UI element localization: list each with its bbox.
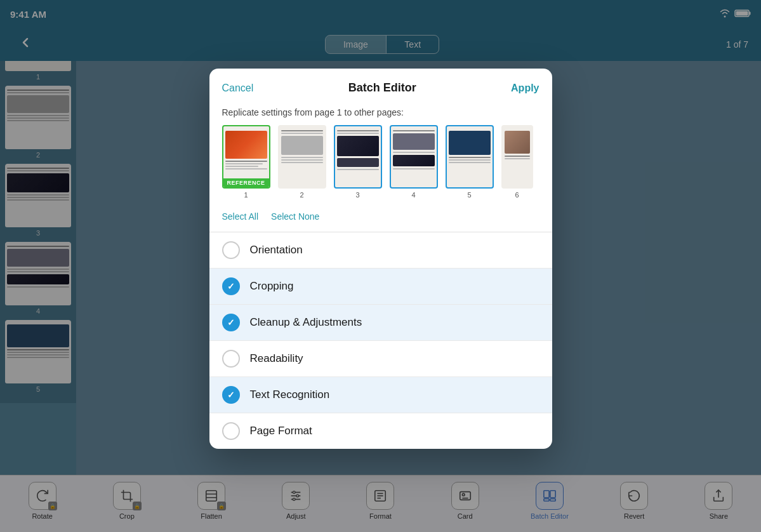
strip-thumb-2: [278, 125, 326, 189]
strip-label-1: 1: [244, 191, 248, 199]
strip-page-2[interactable]: 2: [278, 125, 326, 199]
checkbox-circle-cleanup: [222, 314, 240, 331]
checkbox-circle-orientation: [222, 241, 240, 259]
page-strip: REFERENCE 1 2: [209, 125, 552, 209]
checkbox-label-text-recognition: Text Recognition: [250, 389, 330, 401]
strip-page-1[interactable]: REFERENCE 1: [222, 125, 270, 199]
strip-thumb-3: [334, 125, 382, 189]
checkbox-circle-page-format: [222, 422, 240, 440]
select-row: Select All Select None: [209, 209, 552, 232]
reference-badge: REFERENCE: [223, 178, 269, 187]
checkbox-page-format[interactable]: Page Format: [209, 413, 552, 449]
strip-page-3[interactable]: 3: [334, 125, 382, 199]
checkbox-label-page-format: Page Format: [250, 425, 312, 437]
checkbox-circle-cropping: [222, 277, 240, 295]
strip-label-6: 6: [515, 191, 519, 199]
strip-label-5: 5: [467, 191, 471, 199]
modal-subtitle: Replicate settings from page 1 to other …: [209, 105, 552, 125]
select-all-button[interactable]: Select All: [222, 211, 259, 222]
strip-label-4: 4: [411, 191, 415, 199]
strip-page-4[interactable]: 4: [390, 125, 438, 199]
select-none-button[interactable]: Select None: [271, 211, 319, 222]
checkbox-cleanup[interactable]: Cleanup & Adjustments: [209, 305, 552, 341]
strip-page-5[interactable]: 5: [446, 125, 494, 199]
strip-page-6[interactable]: 6: [501, 125, 533, 199]
strip-thumb-1: REFERENCE: [222, 125, 270, 189]
strip-label-2: 2: [300, 191, 303, 199]
checkbox-readability[interactable]: Readability: [209, 341, 552, 377]
checkbox-label-cropping: Cropping: [250, 280, 294, 293]
strip-label-3: 3: [355, 191, 359, 199]
batch-editor-modal: Cancel Batch Editor Apply Replicate sett…: [209, 69, 552, 449]
checkbox-list: Orientation Cropping Cleanup & Adjustmen…: [209, 232, 552, 449]
checkbox-text-recognition[interactable]: Text Recognition: [209, 377, 552, 413]
strip-thumb-6: [501, 125, 533, 189]
checkbox-label-cleanup: Cleanup & Adjustments: [250, 316, 362, 329]
checkbox-cropping[interactable]: Cropping: [209, 269, 552, 305]
checkbox-label-orientation: Orientation: [250, 244, 303, 256]
checkbox-circle-text-recognition: [222, 386, 240, 404]
modal-header: Cancel Batch Editor Apply: [209, 69, 552, 105]
checkbox-label-readability: Readability: [250, 352, 303, 365]
strip-thumb-4: [390, 125, 438, 189]
cancel-button[interactable]: Cancel: [222, 83, 254, 94]
checkbox-circle-readability: [222, 350, 240, 368]
modal-title: Batch Editor: [348, 81, 416, 95]
checkbox-orientation[interactable]: Orientation: [209, 232, 552, 269]
apply-button[interactable]: Apply: [511, 83, 539, 94]
strip-thumb-5: [446, 125, 494, 189]
